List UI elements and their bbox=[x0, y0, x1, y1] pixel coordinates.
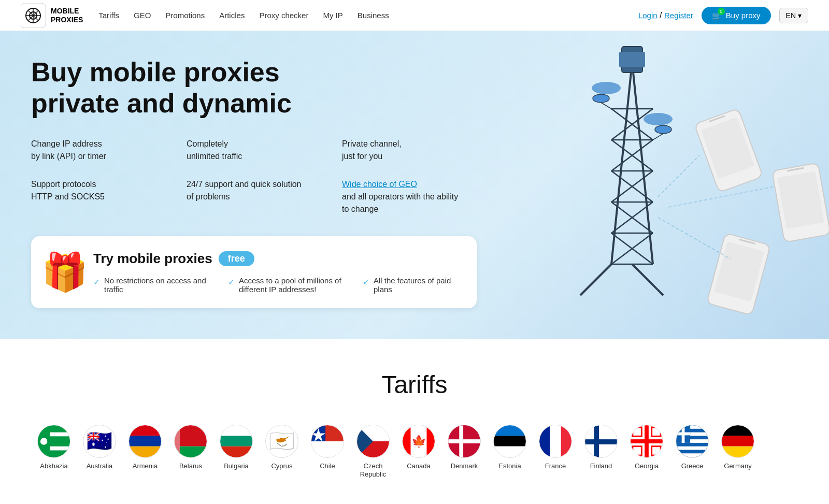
svg-rect-128 bbox=[722, 425, 754, 436]
svg-rect-42 bbox=[777, 171, 824, 229]
header-right: Login / Register 🛒 0 Buy proxy EN ▾ bbox=[638, 7, 808, 24]
country-greece[interactable]: Greece bbox=[669, 425, 715, 480]
svg-rect-95 bbox=[494, 446, 526, 457]
country-name-canada: Canada bbox=[407, 462, 431, 471]
flag-greece bbox=[676, 425, 709, 458]
nav-proxy-checker[interactable]: Proxy checker bbox=[259, 11, 308, 20]
country-germany[interactable]: Germany bbox=[715, 425, 761, 480]
nav-geo[interactable]: GEO bbox=[134, 11, 151, 20]
nav-business[interactable]: Business bbox=[358, 11, 389, 20]
country-cyprus[interactable]: 🇨🇾 Cyprus bbox=[259, 425, 305, 480]
svg-text:🍁: 🍁 bbox=[411, 434, 427, 448]
svg-rect-63 bbox=[175, 425, 180, 457]
svg-line-12 bbox=[611, 140, 653, 171]
svg-line-37 bbox=[710, 116, 724, 121]
nav-articles[interactable]: Articles bbox=[219, 11, 245, 20]
svg-rect-94 bbox=[494, 436, 526, 446]
svg-rect-39 bbox=[714, 242, 764, 302]
buy-proxy-label: Buy proxy bbox=[726, 11, 761, 20]
country-canada[interactable]: 🍁 Canada bbox=[396, 425, 441, 480]
flag-estonia bbox=[493, 425, 526, 458]
hero-title: Buy mobile proxies private and dynamic bbox=[31, 57, 497, 119]
header: MOBILE PROXIES Tariffs GEO Promotions Ar… bbox=[0, 0, 829, 31]
buy-proxy-button[interactable]: 🛒 0 Buy proxy bbox=[702, 7, 771, 24]
geo-link[interactable]: Wide choice of GEO bbox=[342, 180, 417, 189]
country-name-estonia: Estonia bbox=[498, 462, 521, 471]
svg-line-8 bbox=[632, 62, 653, 264]
feature-unlimited-traffic: Completelyunlimited traffic bbox=[187, 138, 321, 163]
svg-line-16 bbox=[611, 202, 653, 233]
free-feature-1: ✓ No restrictions on access and traffic bbox=[93, 276, 207, 294]
svg-rect-55 bbox=[129, 425, 161, 436]
svg-rect-72 bbox=[311, 441, 344, 457]
free-badge: free bbox=[219, 251, 254, 266]
country-chile[interactable]: Chile bbox=[305, 425, 350, 480]
svg-rect-56 bbox=[129, 436, 161, 446]
nav-tariffs[interactable]: Tariffs bbox=[98, 11, 119, 20]
free-feature-2: ✓ Access to a pool of millions of differ… bbox=[228, 276, 342, 294]
country-name-czech-republic: CzechRepublic bbox=[360, 462, 387, 480]
svg-line-17 bbox=[611, 233, 653, 264]
svg-rect-110 bbox=[631, 439, 663, 443]
svg-point-52 bbox=[40, 438, 48, 445]
country-bulgaria[interactable]: Bulgaria bbox=[213, 425, 259, 480]
svg-rect-118 bbox=[676, 425, 708, 429]
country-finland[interactable]: Finland bbox=[578, 425, 624, 480]
login-link[interactable]: Login bbox=[638, 11, 658, 20]
countries-grid: Abkhazia 🇦🇺 Australia Armenia bbox=[31, 425, 798, 480]
svg-line-10 bbox=[611, 109, 653, 140]
register-link[interactable]: Register bbox=[664, 11, 693, 20]
svg-line-32 bbox=[653, 134, 663, 140]
flag-denmark bbox=[448, 425, 481, 458]
country-georgia[interactable]: Georgia bbox=[624, 425, 669, 480]
svg-rect-26 bbox=[619, 52, 645, 67]
svg-point-31 bbox=[655, 125, 671, 134]
country-france[interactable]: France bbox=[533, 425, 578, 480]
svg-rect-25 bbox=[622, 47, 642, 73]
svg-line-34 bbox=[632, 264, 663, 295]
tariffs-section: Tariffs Abkhazia 🇦🇺 Australia bbox=[0, 339, 829, 500]
svg-line-7 bbox=[611, 62, 632, 264]
country-estonia[interactable]: Estonia bbox=[487, 425, 533, 480]
flag-germany bbox=[721, 425, 754, 458]
svg-rect-100 bbox=[561, 425, 571, 457]
country-name-bulgaria: Bulgaria bbox=[224, 462, 249, 471]
flag-canada: 🍁 bbox=[402, 425, 435, 458]
cart-badge: 0 bbox=[718, 8, 725, 15]
feature-protocols: Support protocolsHTTP and SOCKS5 bbox=[31, 178, 166, 215]
logo[interactable]: MOBILE PROXIES bbox=[21, 3, 83, 28]
tariffs-title: Tariffs bbox=[31, 370, 798, 399]
logo-icon bbox=[21, 3, 46, 28]
free-features: ✓ No restrictions on access and traffic … bbox=[93, 276, 456, 294]
country-denmark[interactable]: Denmark bbox=[441, 425, 487, 480]
flag-chile bbox=[311, 425, 344, 458]
svg-line-45 bbox=[658, 218, 731, 259]
logo-text: MOBILE PROXIES bbox=[51, 7, 83, 24]
country-abkhazia[interactable]: Abkhazia bbox=[31, 425, 77, 480]
svg-rect-99 bbox=[550, 425, 561, 457]
country-armenia[interactable]: Armenia bbox=[122, 425, 168, 480]
free-trial-text: Try mobile proxies bbox=[93, 251, 212, 267]
nav-promotions[interactable]: Promotions bbox=[165, 11, 205, 20]
auth-links: Login / Register bbox=[638, 11, 693, 20]
auth-separator: / bbox=[660, 11, 664, 20]
feature-change-ip: Change IP addressby link (API) or timer bbox=[31, 138, 166, 163]
free-feature-3: ✓ All the features of paid plans bbox=[363, 276, 456, 294]
main-nav: Tariffs GEO Promotions Articles Proxy ch… bbox=[98, 11, 638, 20]
svg-rect-38 bbox=[707, 233, 770, 315]
flag-armenia bbox=[128, 425, 162, 458]
flag-cyprus: 🇨🇾 bbox=[265, 425, 298, 458]
feature-support: 24/7 support and quick solutionof proble… bbox=[187, 178, 321, 215]
country-belarus[interactable]: Belarus bbox=[168, 425, 213, 480]
country-australia[interactable]: 🇦🇺 Australia bbox=[77, 425, 122, 480]
svg-rect-66 bbox=[220, 425, 252, 436]
country-name-belarus: Belarus bbox=[179, 462, 202, 471]
free-trial-title: Try mobile proxies free bbox=[93, 251, 456, 267]
country-czech-republic[interactable]: CzechRepublic bbox=[350, 425, 396, 480]
svg-line-43 bbox=[788, 168, 803, 171]
features-grid: Change IP addressby link (API) or timer … bbox=[31, 138, 477, 215]
nav-my-ip[interactable]: My IP bbox=[323, 11, 342, 20]
country-name-greece: Greece bbox=[681, 462, 704, 471]
language-button[interactable]: EN ▾ bbox=[779, 8, 808, 23]
flag-belarus bbox=[174, 425, 207, 458]
